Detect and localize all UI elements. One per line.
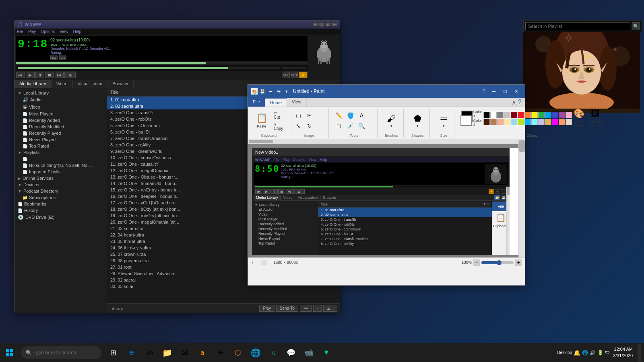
taskbar-origin-btn[interactable]: ⬡ [229, 344, 246, 361]
paint-minimize-btn[interactable]: ─ [489, 87, 499, 95]
winamp-menu-view[interactable]: View [60, 29, 68, 34]
zoom-plus-btn[interactable]: + [515, 259, 522, 266]
tree-dvd-drive[interactable]: 💿 DVD Drive (E:) [14, 214, 107, 221]
paint-close-btn[interactable]: ✕ [511, 87, 522, 95]
picker-tool-btn[interactable]: 💉 [345, 121, 355, 131]
eraser-tool-btn[interactable]: ◻ [334, 121, 344, 131]
edit-colors-icon[interactable]: 🎨 [574, 109, 584, 119]
color-orange[interactable] [524, 112, 531, 118]
color-cyan[interactable] [524, 119, 531, 125]
tree-podcast-directory[interactable]: ▼ Podcast Directory [14, 188, 107, 194]
tree-imported-playlist[interactable]: 📄 Imported Playlist [19, 169, 107, 175]
rotate-tool-btn[interactable]: ↻ [304, 121, 315, 131]
v-scrollbar-thumb[interactable] [519, 140, 525, 152]
winamp-volume-bar[interactable] [18, 67, 280, 69]
brushes-dropdown-btn[interactable]: 🖌 ▾ [382, 112, 400, 130]
color-lavender[interactable] [538, 119, 545, 125]
network-icon[interactable]: 🌐 [582, 350, 588, 356]
tree-bookmarks[interactable]: 📄 Bookmarks [14, 201, 107, 207]
color2-box[interactable] [460, 115, 472, 126]
paint-undo-icon[interactable]: ↩ [267, 88, 274, 95]
pencil-tool-btn[interactable]: ✏️ [334, 111, 344, 120]
taskbar-edge-btn[interactable]: e [123, 344, 140, 361]
color-lime[interactable] [518, 119, 524, 125]
taskbar-chrome-btn[interactable]: 🌐 [247, 344, 264, 361]
page-btn[interactable]: 1/... [323, 305, 337, 312]
winamp-menu-play[interactable]: Play [28, 29, 36, 34]
tree-most-played[interactable]: 📄 Most Played [19, 111, 107, 117]
color-lightblue[interactable] [511, 119, 517, 125]
fill-tool-btn[interactable]: 🪣 [345, 111, 355, 120]
taskbar-vuze-btn[interactable]: ▼ [318, 344, 335, 361]
winamp-title-bar[interactable]: 🎵 WINAMP ≡ _ □ ✕ [14, 21, 340, 29]
tree-top-rated[interactable]: 📄 Top Rated [19, 143, 107, 149]
winamp-menu-btn[interactable]: ≡ [312, 23, 318, 27]
winamp-stop-btn[interactable]: ⏹ [45, 72, 54, 78]
color-gold[interactable] [545, 119, 551, 125]
winamp-progress-bar[interactable] [16, 62, 308, 64]
paint-dropdown-icon[interactable]: ▾ [283, 88, 290, 95]
horizontal-scrollbar[interactable] [248, 139, 518, 144]
winamp-open-btn[interactable]: ⏏ [64, 72, 76, 78]
tab-media-library[interactable]: Media Library [14, 80, 52, 88]
clipboard-paste-btn[interactable]: 📋 Play Paste [253, 111, 270, 130]
winamp-menu-file[interactable]: File [17, 29, 23, 34]
paint-tab-view[interactable]: View [287, 98, 307, 107]
start-button[interactable] [0, 343, 19, 362]
tree-subscriptions[interactable]: 📁 Subscriptions [19, 194, 107, 201]
winamp-prev-btn[interactable]: ⏮ [16, 72, 25, 78]
tree-video[interactable]: 📽 Video [19, 103, 107, 111]
embedded-clipboard-icon[interactable]: 📋 [496, 213, 506, 222]
magnifier-tool-btn[interactable]: 🔍 [356, 121, 367, 131]
taskbar-discord-btn[interactable]: 💬 [283, 344, 299, 361]
color-lightgray[interactable] [504, 112, 510, 118]
battery-icon[interactable]: 🔋 [597, 350, 603, 356]
cut-btn[interactable]: ✂ Cut [272, 110, 285, 120]
winamp-minimize-btn[interactable]: _ [319, 23, 324, 27]
winamp-balance-bar[interactable] [282, 67, 306, 69]
winamp-next-btn[interactable]: ⏭ [55, 72, 64, 78]
taskbar-amazon-btn[interactable]: a [194, 344, 211, 361]
show-desktop-btn[interactable] [638, 344, 641, 362]
winamp-menu-help[interactable]: Help [73, 29, 82, 34]
search-playlist-button[interactable]: 🔍 [632, 22, 640, 30]
notification-icon[interactable]: 🔔 [574, 350, 580, 356]
winamp-menu-options[interactable]: Options [41, 29, 55, 34]
paint-tab-home[interactable]: Home [265, 98, 287, 107]
search-playlist-input[interactable] [525, 22, 630, 30]
select-tool-btn[interactable]: ⬚ [293, 111, 303, 120]
taskbar-explorer-btn[interactable]: 📁 [159, 344, 175, 361]
edit-colors-label[interactable]: Edit colors [574, 120, 584, 128]
tree-local-library[interactable]: ▼ Local Library [14, 90, 107, 96]
embedded-scrollbar[interactable] [506, 187, 510, 255]
tree-playlist-dot[interactable]: 📄 · [19, 156, 107, 162]
status-canvas-size-btn[interactable]: ⬜ [261, 260, 267, 265]
paint-save-icon[interactable]: 💾 [259, 88, 266, 95]
tab-video[interactable]: Video [52, 80, 73, 88]
winamp-maximize-btn[interactable]: □ [325, 23, 331, 27]
tree-audio[interactable]: 🔊 Audio [19, 96, 107, 103]
tree-recently-played[interactable]: 📄 Recently Played [19, 130, 107, 136]
remove-btn[interactable]: - [313, 305, 322, 312]
tree-recently-added[interactable]: 📄 Recently Added [19, 117, 107, 123]
color-peach[interactable] [559, 119, 565, 125]
zoom-minus-btn[interactable]: − [473, 259, 480, 266]
color-purple[interactable] [559, 112, 565, 118]
color-yellow[interactable] [531, 112, 538, 118]
zoom-slider[interactable] [481, 261, 514, 264]
size-dropdown-btn[interactable]: ═ ▾ [435, 112, 452, 130]
ribbon-help-btn[interactable]: ? [518, 99, 522, 106]
winamp-lightning-btn[interactable]: ⚡ [299, 72, 308, 78]
winamp-eq-btn[interactable]: EQ [50, 56, 58, 60]
paint-tab-file[interactable]: File [248, 98, 265, 107]
copy-btn[interactable]: ⎘ Copy [272, 121, 285, 132]
paint-maximize-btn[interactable]: □ [500, 87, 510, 95]
tree-devices[interactable]: ▼ Devices [14, 181, 107, 188]
status-new-btn[interactable]: + [251, 259, 254, 266]
add-to-playlist-btn[interactable]: +▾ [300, 305, 312, 312]
tab-visualization[interactable]: Visualization [73, 80, 108, 88]
shield-icon[interactable]: 🛡 [605, 350, 610, 356]
tree-never-played[interactable]: 📄 Never Played [19, 136, 107, 143]
text-tool-btn[interactable]: A [356, 111, 367, 120]
taskbar-mail-btn[interactable]: ✉ [176, 344, 193, 361]
